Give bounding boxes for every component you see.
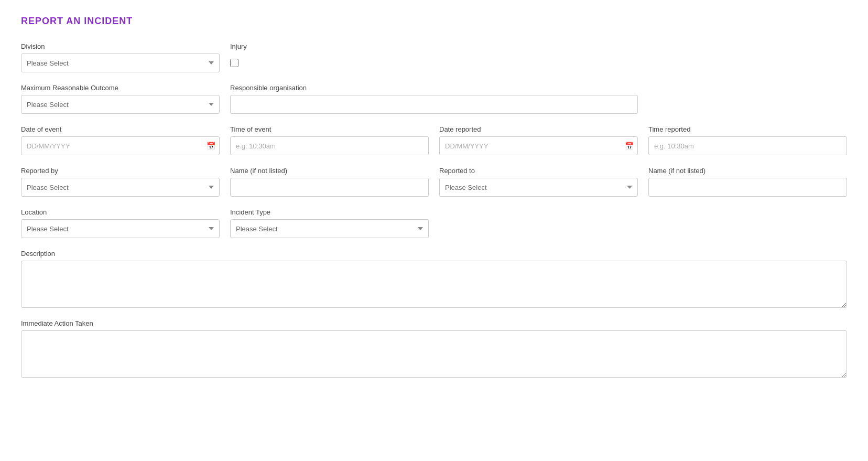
responsible-organisation-label: Responsible organisation	[230, 84, 638, 92]
reported-by-field: Reported by Please Select	[21, 167, 220, 197]
location-field: Location Please Select	[21, 208, 220, 238]
incident-form: Division Please Select Injury Maximum Re…	[21, 42, 847, 378]
row-division-injury: Division Please Select Injury	[21, 42, 847, 72]
date-of-event-field: Date of event 📅	[21, 125, 220, 155]
name-not-listed-2-label: Name (if not listed)	[648, 167, 847, 175]
immediate-action-field: Immediate Action Taken	[21, 319, 847, 378]
row-location-incident-type: Location Please Select Incident Type Ple…	[21, 208, 847, 238]
name-not-listed-1-field: Name (if not listed)	[230, 167, 429, 197]
incident-type-field: Incident Type Please Select	[230, 208, 429, 238]
date-of-event-wrapper: 📅	[21, 136, 220, 155]
injury-checkbox[interactable]	[230, 59, 238, 67]
time-of-event-field: Time of event	[230, 125, 429, 155]
reported-to-select[interactable]: Please Select	[439, 178, 638, 197]
name-not-listed-2-field: Name (if not listed)	[648, 167, 847, 197]
time-reported-field: Time reported	[648, 125, 847, 155]
maximum-reasonable-outcome-select[interactable]: Please Select	[21, 95, 220, 114]
incident-type-select[interactable]: Please Select	[230, 219, 429, 238]
reported-to-label: Reported to	[439, 167, 638, 175]
date-of-event-input[interactable]	[21, 136, 220, 155]
time-of-event-label: Time of event	[230, 125, 429, 133]
maximum-reasonable-outcome-field: Maximum Reasonable Outcome Please Select	[21, 84, 220, 114]
injury-checkbox-wrapper	[230, 53, 247, 67]
reported-to-field: Reported to Please Select	[439, 167, 638, 197]
description-field: Description	[21, 250, 847, 308]
date-reported-input[interactable]	[439, 136, 638, 155]
division-label: Division	[21, 42, 220, 50]
location-label: Location	[21, 208, 220, 216]
injury-field: Injury	[230, 42, 247, 67]
division-field: Division Please Select	[21, 42, 220, 72]
name-not-listed-2-input[interactable]	[648, 178, 847, 197]
page-title: REPORT AN INCIDENT	[21, 16, 847, 27]
name-not-listed-1-label: Name (if not listed)	[230, 167, 429, 175]
maximum-reasonable-outcome-label: Maximum Reasonable Outcome	[21, 84, 220, 92]
reported-by-select[interactable]: Please Select	[21, 178, 220, 197]
time-reported-label: Time reported	[648, 125, 847, 133]
responsible-organisation-field: Responsible organisation	[230, 84, 638, 114]
time-reported-input[interactable]	[648, 136, 847, 155]
injury-label: Injury	[230, 42, 247, 50]
time-of-event-input[interactable]	[230, 136, 429, 155]
date-reported-wrapper: 📅	[439, 136, 638, 155]
location-select[interactable]: Please Select	[21, 219, 220, 238]
page-container: REPORT AN INCIDENT Division Please Selec…	[0, 0, 868, 461]
description-textarea[interactable]	[21, 261, 847, 308]
immediate-action-label: Immediate Action Taken	[21, 319, 847, 327]
row-dates-times: Date of event 📅 Time of event Date repor…	[21, 125, 847, 155]
row-outcome-org: Maximum Reasonable Outcome Please Select…	[21, 84, 847, 114]
date-of-event-label: Date of event	[21, 125, 220, 133]
row-reported-by-to: Reported by Please Select Name (if not l…	[21, 167, 847, 197]
immediate-action-textarea[interactable]	[21, 330, 847, 378]
date-reported-field: Date reported 📅	[439, 125, 638, 155]
incident-type-label: Incident Type	[230, 208, 429, 216]
reported-by-label: Reported by	[21, 167, 220, 175]
description-label: Description	[21, 250, 847, 258]
date-reported-label: Date reported	[439, 125, 638, 133]
name-not-listed-1-input[interactable]	[230, 178, 429, 197]
responsible-organisation-input[interactable]	[230, 95, 638, 114]
division-select[interactable]: Please Select	[21, 53, 220, 72]
